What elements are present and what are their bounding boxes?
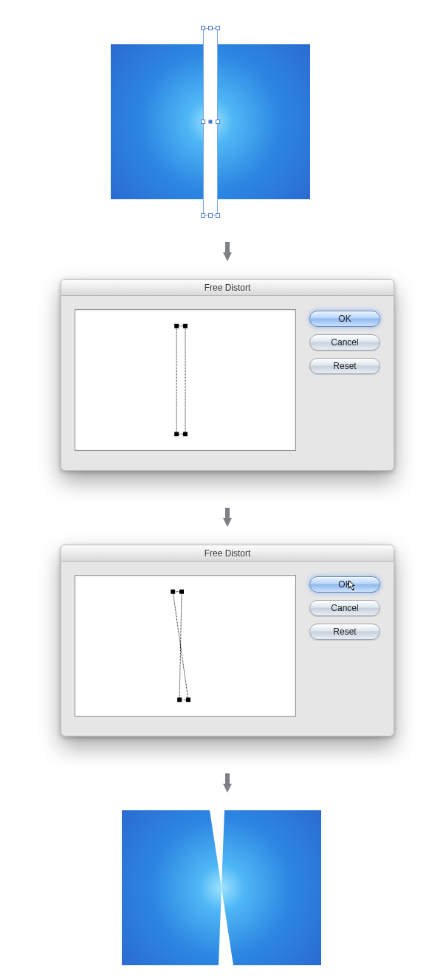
free-distort-dialog-distorted: Free Distort [61, 545, 394, 736]
free-distort-dialog: Free Distort OK Cancel [61, 279, 394, 471]
svg-rect-14 [177, 697, 182, 702]
svg-rect-12 [171, 590, 175, 594]
cancel-button[interactable]: Cancel [309, 600, 380, 616]
cancel-button[interactable]: Cancel [309, 334, 380, 351]
ok-button[interactable]: OK [309, 576, 380, 593]
distort-preview[interactable] [75, 309, 296, 451]
selection-center-icon [209, 120, 213, 124]
white-strip-distorted [122, 810, 321, 965]
flow-arrow-icon [223, 242, 232, 261]
reset-button[interactable]: Reset [309, 358, 380, 374]
dialog-title: Free Distort [61, 280, 394, 296]
svg-rect-15 [186, 697, 190, 702]
dialog-title: Free Distort [61, 545, 394, 562]
svg-rect-5 [183, 324, 188, 328]
selection-handle-top-left[interactable] [201, 26, 205, 30]
selection-handle-top-right[interactable] [216, 26, 220, 30]
dialog-button-column: OK Cancel Reset [309, 575, 380, 717]
distort-mesh[interactable] [75, 310, 295, 450]
selection-handle-bottom-right[interactable] [216, 213, 220, 218]
flow-arrow-icon [223, 773, 232, 793]
distort-preview[interactable] [75, 575, 296, 717]
distort-mesh-distorted[interactable] [75, 576, 295, 716]
ok-button[interactable]: OK [309, 311, 380, 327]
svg-rect-6 [174, 432, 179, 436]
svg-line-9 [179, 592, 182, 700]
selection-handle-mid-right[interactable] [216, 120, 220, 124]
dialog-button-column: OK Cancel Reset [309, 309, 380, 451]
selection-bounding-box[interactable] [203, 28, 218, 215]
selection-handle-bottom-mid[interactable] [208, 213, 213, 218]
selection-handle-mid-left[interactable] [201, 120, 205, 124]
selection-handle-bottom-left[interactable] [201, 213, 205, 218]
flow-arrow-icon [223, 508, 232, 527]
svg-rect-7 [183, 432, 188, 436]
artboard-initial [111, 44, 310, 199]
selection-handle-top-mid[interactable] [208, 26, 213, 30]
artboard-result [122, 810, 321, 965]
svg-rect-13 [179, 590, 184, 594]
svg-marker-16 [210, 810, 233, 965]
svg-rect-4 [174, 324, 179, 328]
reset-button[interactable]: Reset [309, 624, 380, 640]
ok-button-label: OK [338, 579, 351, 590]
